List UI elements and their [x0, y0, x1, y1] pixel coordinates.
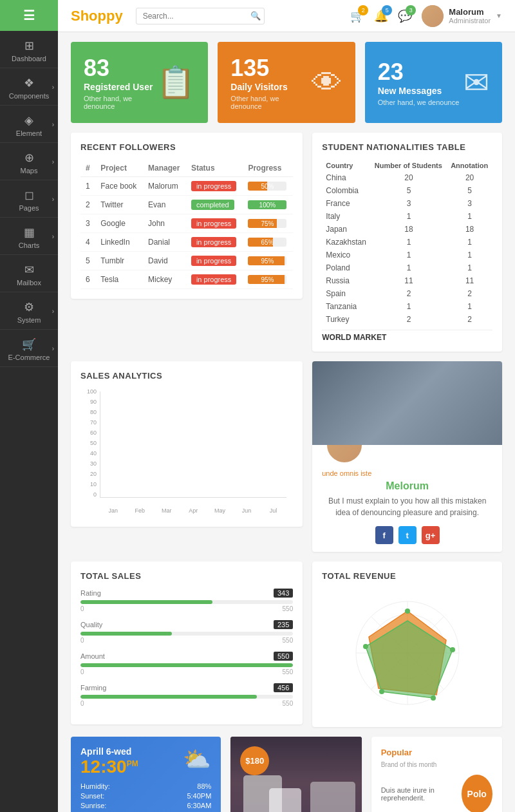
radar-chart	[322, 589, 492, 717]
notification-icon-2[interactable]: 🔔 5	[374, 9, 388, 23]
progress-label: Amount	[80, 652, 105, 660]
nat-country: Poland	[322, 261, 371, 274]
status-badge: in progress	[191, 274, 236, 285]
bottom-row: Aprill 6-wed 12:30PM ⛅ Humidity: 88% Sun…	[71, 737, 502, 812]
nat-country: Spain	[322, 287, 371, 300]
chevron-right-icon2: ›	[52, 120, 54, 127]
sidebar-item-system[interactable]: ⚙ System ›	[0, 292, 58, 330]
sidebar-item-ecommerce[interactable]: 🛒 E-Commerce ›	[0, 330, 58, 367]
stat-icon-messages: ✉	[464, 64, 489, 100]
stat-number-messages: 23	[378, 59, 460, 86]
profile-social: f t g+	[312, 518, 502, 552]
sidebar: ☰ ⊞ Dashboard ❖ Components › ◈ Element ›…	[0, 0, 58, 812]
weather-date: Aprill 6-wed	[80, 746, 138, 757]
col-header-id: #	[80, 160, 95, 177]
search-wrap: 🔍	[136, 8, 265, 24]
progress-fill	[80, 600, 212, 604]
weather-period: PM	[127, 759, 138, 768]
notification-icon-1[interactable]: 🛒 2	[350, 9, 364, 23]
row-project: Tesla	[95, 270, 143, 289]
table-row: 4 LinkedIn Danial in progress 65%	[80, 233, 293, 252]
header-icons: 🛒 2 🔔 5 💬 3 Malorum Administrator ▼	[350, 5, 502, 27]
facebook-button[interactable]: f	[375, 526, 393, 544]
table-row: 3 Google John in progress 75%	[80, 214, 293, 233]
search-icon[interactable]: 🔍	[250, 11, 261, 21]
row-manager: Evan	[143, 196, 186, 214]
stat-desc-messages: Other hand, we denounce	[378, 99, 460, 106]
status-badge: in progress	[191, 218, 236, 229]
search-input[interactable]	[136, 8, 265, 24]
nat-annotation: 18	[447, 223, 492, 236]
row-id: 2	[80, 196, 95, 214]
total-sales-items: Rating 343 0550 Quality 235 0550 Amount …	[80, 589, 293, 707]
chevron-right-icon4: ›	[52, 195, 54, 202]
row-id: 5	[80, 252, 95, 270]
sidebar-label-mailbox: Mailbox	[17, 279, 41, 287]
progress-value: 550	[274, 652, 293, 661]
googleplus-button[interactable]: g+	[422, 526, 440, 544]
table-row: 1 Face book Malorum in progress 50%	[80, 177, 293, 196]
sidebar-item-mailbox[interactable]: ✉ Mailbox	[0, 255, 58, 292]
total-revenue-title: TOTAL REVENUE	[322, 571, 492, 581]
shopping-card: $180 Those Who Hate Shopping? 🛒 💲	[230, 737, 361, 812]
chevron-right-icon6: ›	[52, 307, 54, 314]
row-status: completed	[186, 196, 243, 214]
brand-desc: Duis aute irure in reprehenderit.	[381, 786, 462, 802]
nat-students: 1	[371, 249, 447, 261]
shopping-image: $180	[230, 737, 361, 812]
progress-bar: 95%	[248, 256, 286, 265]
sidebar-item-components[interactable]: ❖ Components ›	[0, 68, 58, 106]
humidity-label: Humidity:	[80, 782, 110, 790]
stat-label-visitors: Daily Visitors	[230, 82, 311, 92]
stats-row: 83 Registered User Other hand, we denoun…	[71, 42, 502, 123]
sidebar-item-maps[interactable]: ⊕ Maps ›	[0, 143, 58, 180]
list-item: Spain 2 2	[322, 287, 492, 300]
sidebar-label-dashboard: Dashboard	[12, 55, 46, 62]
sunrise-value: 6:30AM	[187, 802, 211, 809]
col-header-status: Status	[186, 160, 243, 177]
progress-label: Farming	[80, 684, 106, 692]
chart-month-label: Mar	[153, 507, 180, 514]
table-row: 2 Twitter Evan completed 100%	[80, 196, 293, 214]
nat-annotation: 1	[447, 300, 492, 313]
nat-col-annotation: Annotation	[447, 160, 492, 171]
list-item: Tanzania 1 1	[322, 300, 492, 313]
chevron-right-icon: ›	[52, 83, 54, 90]
row-progress: 95%	[243, 270, 293, 289]
total-revenue-card: TOTAL REVENUE	[312, 562, 502, 727]
nat-students: 2	[371, 313, 447, 326]
sidebar-item-charts[interactable]: ▦ Charts ›	[0, 218, 58, 255]
row-id: 1	[80, 177, 95, 196]
charts-icon: ▦	[0, 225, 58, 240]
progress-label-row: Amount 550	[80, 652, 293, 661]
sidebar-item-element[interactable]: ◈ Element ›	[0, 106, 58, 143]
row-project: Google	[95, 214, 143, 233]
nationalities-title: Student Nationalities Table	[322, 142, 492, 152]
row-manager: Malorum	[143, 177, 186, 196]
row-status: in progress	[186, 177, 243, 196]
followers-title: RECENT FOLLOWERS	[80, 142, 293, 152]
row-project: LinkedIn	[95, 233, 143, 252]
twitter-button[interactable]: t	[398, 526, 417, 544]
followers-card: RECENT FOLLOWERS # Project Manager Statu…	[71, 133, 303, 299]
brand-content: Duis aute irure in reprehenderit. Polo	[381, 775, 492, 812]
progress-bar: 50%	[248, 182, 286, 191]
notification-icon-3[interactable]: 💬 3	[398, 9, 412, 23]
list-item: Mexico 1 1	[322, 249, 492, 261]
sidebar-logo: ☰	[0, 0, 58, 31]
row-project: Tumblr	[95, 252, 143, 270]
status-badge: in progress	[191, 181, 236, 191]
row-status: in progress	[186, 233, 243, 252]
sales-progress-item: Amount 550 0550	[80, 652, 293, 675]
sidebar-item-pages[interactable]: ◻ Pages ›	[0, 180, 58, 218]
progress-label-row: Rating 343	[80, 589, 293, 598]
progress-minmax: 0550	[80, 637, 293, 644]
sidebar-item-dashboard[interactable]: ⊞ Dashboard	[0, 31, 58, 68]
dashboard-icon: ⊞	[0, 39, 58, 53]
notification-badge-1: 2	[358, 5, 368, 15]
row-status: in progress	[186, 214, 243, 233]
list-item: Turkey 2 2	[322, 313, 492, 326]
user-info[interactable]: Malorum Administrator ▼	[422, 5, 502, 27]
row-manager: Danial	[143, 233, 186, 252]
header: Shoppy 🔍 🛒 2 🔔 5 💬 3 Ma	[58, 0, 515, 32]
